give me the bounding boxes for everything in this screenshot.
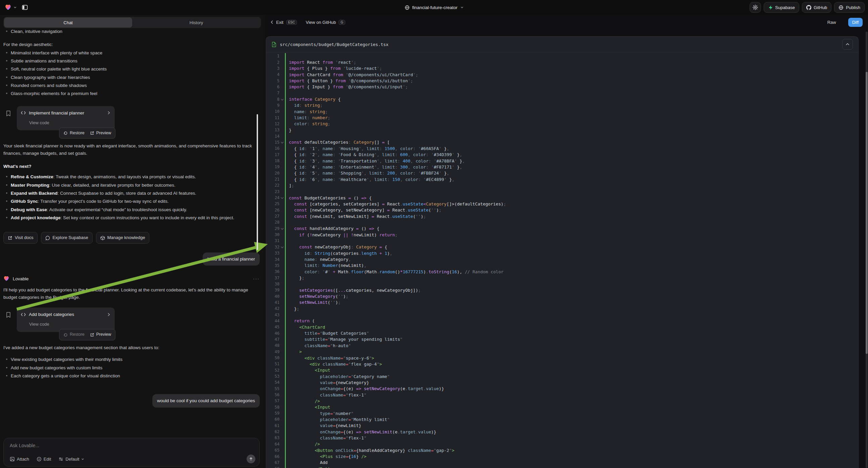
publish-globe-icon <box>838 5 843 10</box>
attach-button[interactable]: Attach <box>10 457 29 462</box>
code-line: 45 <ChartCard <box>266 324 858 330</box>
composer[interactable]: Ask Lovable... Attach Edit <box>3 438 260 467</box>
external-link-icon <box>90 333 94 337</box>
code-line: 61 value={newLimit} <box>266 423 858 429</box>
mode-select[interactable]: Default <box>58 457 84 462</box>
chevron-down-icon <box>81 458 84 461</box>
assistant-paragraph: I've added a new budget categories manag… <box>3 344 260 351</box>
code-line: 21 { id: '6', name: 'Healthcare', limit:… <box>266 176 858 182</box>
supabase-icon <box>768 5 773 10</box>
list-item: Subtle animations and transitions <box>11 57 260 64</box>
lovable-logo[interactable] <box>5 4 11 11</box>
fold-chevron-icon[interactable] <box>279 99 285 100</box>
version-row: Add budget categories View code Restore … <box>5 308 260 332</box>
code-line: 10 name: string; <box>266 109 858 115</box>
circle-dot-icon <box>37 457 41 462</box>
chat-scrollbar-thumb[interactable] <box>257 114 258 250</box>
code-line: 35 limit: Number(newLimit), <box>266 263 858 269</box>
collapse-file-button[interactable] <box>842 39 853 50</box>
preview-button[interactable]: Preview <box>90 331 111 338</box>
version-title: Add budget categories <box>29 311 74 318</box>
code-line: 67 Add <box>266 460 858 466</box>
version-card[interactable]: Implement financial planner View code Re… <box>17 106 115 130</box>
message-options-button[interactable]: ··· <box>253 275 260 282</box>
restore-button[interactable]: Restore <box>63 130 85 137</box>
exit-button[interactable]: Exit ESC <box>271 20 297 25</box>
code-line: 38 <box>266 281 858 287</box>
list-item: Clean, intuitive navigation <box>11 28 260 35</box>
supabase-button[interactable]: Supabase <box>764 2 799 13</box>
bookmark-icon[interactable] <box>5 110 11 117</box>
tab-history[interactable]: History <box>132 18 260 28</box>
assistant-name: Lovable <box>13 275 29 282</box>
code-lines[interactable]: 12import React from 'react';3import { Pl… <box>266 52 858 468</box>
list-item: Clean typography with clear hierarchies <box>11 74 260 81</box>
bookmark-icon[interactable] <box>5 312 11 318</box>
restore-icon <box>63 333 68 337</box>
code-line: 22]; <box>266 182 858 188</box>
code-line: 57 /> <box>266 398 858 404</box>
version-card-title-row[interactable]: Implement financial planner <box>21 110 111 117</box>
list-item: Each category gets a unique color for vi… <box>11 372 260 379</box>
fold-chevron-icon[interactable] <box>279 246 285 248</box>
list-item: Refine & Customize: Tweak the design, an… <box>11 173 260 180</box>
view-on-github-button[interactable]: View on GitHub G <box>306 20 345 25</box>
code-line: 34 name: newCategory, <box>266 256 858 262</box>
chevron-right-icon <box>107 313 111 317</box>
code-line: 60 placeholder="Monthly limit" <box>266 416 858 422</box>
list-item: Glass-morphic elements for a premium fee… <box>11 90 260 97</box>
code-line: 55 onChange={(e) => setNewCategory(e.tar… <box>266 386 858 392</box>
fold-chevron-icon[interactable] <box>279 142 285 143</box>
chevron-down-icon[interactable] <box>13 6 17 9</box>
settings-button[interactable] <box>750 2 761 13</box>
version-card-title-row[interactable]: Add budget categories <box>21 311 111 318</box>
code-line: 51 <div className="flex gap-4"> <box>266 361 858 367</box>
image-icon <box>10 457 15 462</box>
chat-message-list: Clean, intuitive navigation For the desi… <box>3 27 260 436</box>
code-line: 46 title="Budget Categories" <box>266 330 858 336</box>
visit-docs-button[interactable]: Visit docs <box>3 232 38 244</box>
sidebar-toggle-button[interactable] <box>22 4 28 11</box>
chat-panel: Chat History Clean, intuitive navigation… <box>0 15 265 468</box>
raw-toggle-button[interactable]: Raw <box>824 18 839 27</box>
view-code-link[interactable]: View code <box>29 321 111 328</box>
edit-mode-button[interactable]: Edit <box>37 457 51 462</box>
diff-toggle-button[interactable]: Diff <box>848 18 863 27</box>
fold-chevron-icon[interactable] <box>279 197 285 198</box>
restore-button[interactable]: Restore <box>63 331 85 338</box>
fold-chevron-icon[interactable] <box>279 228 285 229</box>
code-line: 2import React from 'react'; <box>266 59 858 65</box>
list-item: GitHub Sync: Transfer your project's cod… <box>11 198 260 205</box>
version-title: Implement financial planner <box>29 110 84 117</box>
file-header[interactable]: src/components/budget/BudgetCategories.t… <box>266 37 858 52</box>
github-button[interactable]: GitHub <box>802 2 831 13</box>
code-line: 56 className="flex-1" <box>266 392 858 398</box>
esc-key-badge: ESC <box>286 20 297 25</box>
code-line: 68 </Button> <box>266 466 858 468</box>
version-row: Implement financial planner View code Re… <box>5 106 260 130</box>
publish-button[interactable]: Publish <box>834 2 865 13</box>
user-message-bubble: build a financial planner <box>203 253 260 266</box>
github-icon <box>806 5 811 10</box>
version-card[interactable]: Add budget categories View code Restore … <box>17 308 115 332</box>
project-switcher[interactable]: financial-future-creator <box>404 0 463 15</box>
send-button[interactable] <box>247 455 255 463</box>
view-code-link[interactable]: View code <box>29 119 111 126</box>
code-scrollbar-thumb[interactable] <box>866 72 868 354</box>
code-line: 9 id: string; <box>266 103 858 109</box>
external-link-icon <box>90 131 94 135</box>
gear-icon <box>752 5 758 10</box>
preview-button[interactable]: Preview <box>90 130 111 137</box>
code-line: 12 color: string; <box>266 121 858 127</box>
code-line: 49 > <box>266 349 858 355</box>
code-line: 14 <box>266 133 858 139</box>
publish-label: Publish <box>846 5 860 10</box>
manage-knowledge-button[interactable]: Manage knowledge <box>96 232 150 244</box>
code-line: 65 <Button onClick={handleAddCategory} c… <box>266 447 858 453</box>
tab-chat[interactable]: Chat <box>4 18 132 28</box>
composer-input[interactable]: Ask Lovable... <box>10 443 39 448</box>
box-icon <box>100 236 105 240</box>
list-item: View existing budget categories with the… <box>11 356 260 363</box>
code-line: 36 color: '#' + Math.floor(Math.random()… <box>266 269 858 274</box>
explore-supabase-button[interactable]: Explore Supabase <box>41 232 92 244</box>
